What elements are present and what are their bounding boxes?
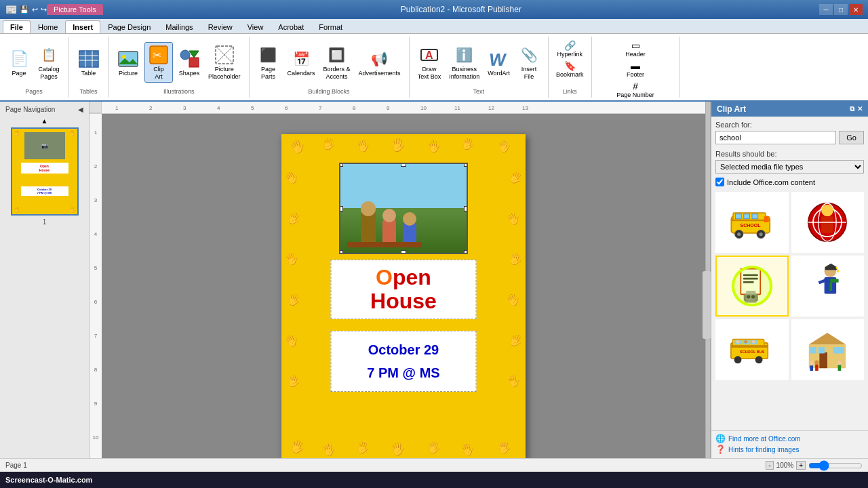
svg-text:9: 9 [94,401,98,407]
qat-redo[interactable]: ↪ [41,5,47,14]
svg-text:2: 2 [94,163,98,169]
zoom-out-button[interactable]: - [766,461,773,470]
clip-art-item-3[interactable] [715,256,789,317]
ruler-vertical: 1 2 3 4 5 6 7 8 9 10 11 [90,114,102,458]
maximize-button[interactable]: □ [834,4,848,15]
advertisements-button[interactable]: 📢 Advertisements [356,47,403,79]
results-type-select[interactable]: Selected media file types [715,160,864,174]
qat-save[interactable]: 💾 [20,5,29,14]
page-button[interactable]: 📄 Page [5,47,33,79]
find-more-link[interactable]: 🌐 Find more at Office.com [715,434,864,443]
tab-review[interactable]: Review [201,20,240,33]
clip-art-item-4[interactable] [791,256,865,317]
svg-text:✂: ✂ [153,49,161,61]
svg-text:3: 3 [94,197,98,203]
svg-rect-64 [743,274,758,277]
tab-home[interactable]: Home [31,20,65,33]
title-bar-left: 📰 💾 ↩ ↪ [5,4,47,15]
go-button[interactable]: Go [839,131,864,144]
photo-frame[interactable] [339,163,468,254]
tab-acrobat[interactable]: Acrobat [271,20,311,33]
page-number-label: Page Number [616,92,654,98]
svg-point-103 [815,361,819,365]
insert-file-icon: 📎 [518,44,540,66]
table-button[interactable]: Table [75,47,102,79]
picture-placeholder-button[interactable]: PicturePlaceholder [205,43,243,82]
text-buttons: A DrawText Box ℹ️ BusinessInformation W … [415,39,542,85]
clip-art-item-5[interactable]: SCHOOL BUS [715,319,789,380]
business-info-button[interactable]: ℹ️ BusinessInformation [446,43,482,82]
date-text: October 29 7 PM @ MS [338,338,469,384]
svg-text:9: 9 [387,105,390,111]
tab-format[interactable]: Format [311,20,350,33]
svg-rect-98 [818,347,825,353]
svg-rect-72 [755,295,758,301]
footer-button[interactable]: ▬ Footer [625,60,646,79]
wordart-button[interactable]: W WordArt [485,47,513,79]
draw-text-box-button[interactable]: A DrawText Box [415,43,444,82]
picture-tools-badge: Picture Tools [47,4,103,15]
page-parts-icon: ⬛ [258,44,279,66]
picture-placeholder-label: PicturePlaceholder [208,66,241,81]
bookmark-button[interactable]: 🔖 Bookmark [554,60,586,79]
date-text-box[interactable]: October 29 7 PM @ MS [331,331,477,392]
svg-rect-49 [752,214,758,219]
svg-text:10: 10 [93,434,99,441]
status-bar: Page 1 - 100% + [0,458,868,472]
insert-file-button[interactable]: 📎 InsertFile [515,43,542,82]
tab-view[interactable]: View [240,20,271,33]
pages-buttons: 📄 Page 📋 CatalogPages [5,39,62,85]
qat-undo[interactable]: ↩ [32,5,38,14]
open-house-text-box[interactable]: OpenHouse [331,260,477,319]
clip-art-item-2[interactable] [791,192,865,253]
tab-insert[interactable]: Insert [65,20,100,33]
shapes-button[interactable]: Shapes [176,47,203,79]
tab-page-design[interactable]: Page Design [100,20,158,33]
canvas-area[interactable]: 🖐 🖐 🖐 🖐 🖐 🖐 🖐 🖐 🖐 🖐 🖐 🖐 🖐 🖐 [102,114,705,458]
svg-text:6: 6 [94,299,98,305]
search-input[interactable] [715,131,836,144]
include-office-checkbox[interactable] [715,178,724,186]
page-nav-header: Page Navigation ◀ [3,104,86,115]
svg-marker-79 [825,264,837,267]
minimize-button[interactable]: ─ [819,4,833,15]
clip-art-panel-header: Clip Art ⧉ ✕ [711,102,868,117]
tables-group-label: Tables [79,88,97,95]
page-thumbnail-1[interactable]: 📷 OpenHouse October 297 PM @ MS 🖐 🖐 🖐 🖐 [11,127,79,216]
svg-rect-77 [830,283,833,291]
page-number-button[interactable]: # Page Number [614,80,656,99]
ribbon-group-pages: 📄 Page 📋 CatalogPages Pages [0,37,68,98]
catalog-pages-button[interactable]: 📋 CatalogPages [35,43,62,82]
header-button[interactable]: ▭ Header [623,39,648,58]
hints-link[interactable]: ❓ Hints for finding images [715,445,864,454]
clip-art-item-1[interactable]: SCHOOL [715,192,789,253]
ribbon-group-text: A DrawText Box ℹ️ BusinessInformation W … [410,37,549,98]
picture-button[interactable]: Picture [115,47,142,79]
hyperlink-icon: 🔗 [564,40,576,51]
tab-mailings[interactable]: Mailings [158,20,200,33]
bookmark-label: Bookmark [556,71,584,78]
draw-text-box-label: DrawText Box [418,66,441,81]
page-nav-arrow-up[interactable]: ▲ [41,117,48,125]
svg-point-58 [822,205,834,217]
borders-button[interactable]: 🔲 Borders &Accents [321,43,353,82]
clip-art-button[interactable]: ✂ ClipArt [144,42,173,83]
hyperlink-button[interactable]: 🔗 Hyperlink [555,39,585,58]
zoom-slider[interactable] [808,462,863,470]
page-nav-collapse[interactable]: ◀ [78,106,83,113]
tab-file[interactable]: File [3,20,31,33]
clip-art-title: Clip Art [717,104,746,114]
close-button[interactable]: ✕ [849,4,863,15]
clip-art-detach[interactable]: ⧉ [850,105,854,113]
page-number-icon: # [633,81,638,92]
clip-art-close[interactable]: ✕ [857,105,863,113]
calendars-button[interactable]: 📅 Calendars [285,47,318,79]
page-parts-button[interactable]: ⬛ PageParts [255,43,282,82]
svg-point-81 [837,270,840,272]
svg-point-52 [737,232,741,236]
ribbon-group-building-blocks: ⬛ PageParts 📅 Calendars 🔲 Borders &Accen… [250,37,410,98]
shapes-label: Shapes [179,70,200,77]
zoom-in-button[interactable]: + [796,461,806,470]
clip-art-item-6[interactable] [791,319,865,380]
svg-point-91 [736,340,739,344]
